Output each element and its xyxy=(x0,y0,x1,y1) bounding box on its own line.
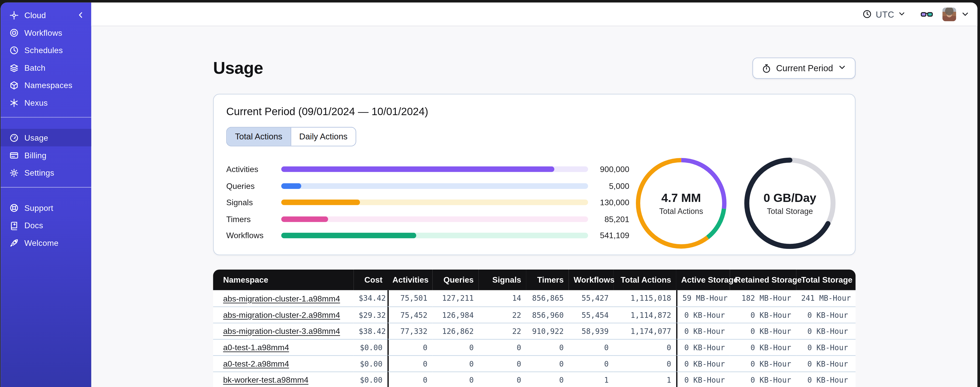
cell-total-storage: 0 KB-Hour xyxy=(796,339,856,355)
table-row: a0-test-2.a98mm4$0.000000000 KB-Hour0 KB… xyxy=(213,355,856,372)
sidebar-item-label: Batch xyxy=(24,63,85,72)
donut-label: Total Storage xyxy=(767,207,813,216)
cell-workflows: 0 xyxy=(569,355,614,372)
sidebar-item-usage[interactable]: Usage xyxy=(0,129,91,147)
period-select-button[interactable]: Current Period xyxy=(752,58,856,78)
sidebar-item-label: Docs xyxy=(24,221,85,230)
bar-row-workflows: Workflows541,109 xyxy=(226,233,629,238)
cell-cost: $0.00 xyxy=(354,339,387,355)
cell-active-storage: 0 KB-Hour xyxy=(676,355,730,372)
bar-label: Signals xyxy=(226,198,282,207)
sidebar-item-schedules[interactable]: Schedules xyxy=(0,42,91,59)
main-area: UTC xyxy=(91,3,977,387)
tab-total-actions[interactable]: Total Actions xyxy=(227,128,290,146)
avatar[interactable] xyxy=(942,7,956,21)
namespace-link[interactable]: a0-test-1.a98mm4 xyxy=(223,343,289,352)
bar-track xyxy=(282,166,588,172)
workflows-icon xyxy=(10,28,19,37)
cell-queries: 126,984 xyxy=(432,307,479,323)
cell-signals: 0 xyxy=(479,339,526,355)
namespace-link[interactable]: a0-test-2.a98mm4 xyxy=(223,359,289,368)
settings-icon xyxy=(10,168,19,178)
cell-total-actions: 0 xyxy=(614,339,676,355)
bar-row-activities: Activities900,000 xyxy=(226,166,629,172)
cell-timers: 0 xyxy=(526,355,569,372)
cell-cost: $29.32 xyxy=(354,307,387,323)
support-icon xyxy=(10,203,19,213)
bar-value: 900,000 xyxy=(588,165,629,174)
cell-total-actions: 1 xyxy=(614,371,676,387)
column-header-retained-storage: Retained Storage xyxy=(730,270,796,290)
usage-icon xyxy=(10,133,19,142)
sidebar-item-support[interactable]: Support xyxy=(0,199,91,216)
sidebar-divider xyxy=(0,117,91,117)
bar-track xyxy=(282,216,588,222)
chevron-down-icon xyxy=(838,63,846,73)
billing-icon xyxy=(10,150,19,160)
cell-cost: $34.42 xyxy=(354,290,387,307)
content: Usage Current Period xyxy=(91,26,977,387)
batch-icon xyxy=(10,63,19,72)
table-row: abs-migration-cluster-1.a98mm4$34.4275,5… xyxy=(213,290,856,307)
sidebar-item-label: Welcome xyxy=(24,238,85,247)
cell-queries: 126,862 xyxy=(432,323,479,339)
cell-active-storage: 0 KB-Hour xyxy=(676,371,730,387)
cell-active-storage: 59 MB-Hour xyxy=(676,290,730,307)
table-row: abs-migration-cluster-3.a98mm4$38.4277,3… xyxy=(213,323,856,339)
dev-glasses-icon[interactable] xyxy=(921,9,933,19)
namespace-link[interactable]: bk-worker-test.a98mm4 xyxy=(223,375,309,385)
card-title: Current Period (09/01/2024 — 10/01/2024) xyxy=(226,106,843,118)
bar-row-signals: Signals130,000 xyxy=(226,200,629,205)
cell-queries: 0 xyxy=(432,339,479,355)
schedules-icon xyxy=(10,45,19,55)
column-header-total-actions: Total Actions xyxy=(614,270,676,290)
cell-timers: 856,865 xyxy=(526,290,569,307)
namespace-usage-table-wrap: NamespaceCostActivitiesQueriesSignalsTim… xyxy=(213,270,856,387)
donut-value: 0 GB/Day xyxy=(764,191,816,205)
cell-cost: $0.00 xyxy=(354,371,387,387)
sidebar-item-label: Workflows xyxy=(24,28,85,37)
cell-total-actions: 0 xyxy=(614,355,676,372)
sidebar: CloudWorkflowsSchedulesBatchNamespacesNe… xyxy=(0,3,91,387)
cell-signals: 22 xyxy=(479,323,526,339)
table-row: a0-test-1.a98mm4$0.000000000 KB-Hour0 KB… xyxy=(213,339,856,355)
namespace-link[interactable]: abs-migration-cluster-2.a98mm4 xyxy=(223,310,340,320)
sidebar-item-label: Usage xyxy=(24,133,85,142)
sidebar-item-docs[interactable]: Docs xyxy=(0,216,91,234)
column-header-cost: Cost xyxy=(354,270,387,290)
column-header-timers: Timers xyxy=(526,270,569,290)
sidebar-item-settings[interactable]: Settings xyxy=(0,164,91,182)
actions-tab-group: Total ActionsDaily Actions xyxy=(226,127,356,146)
cell-workflows: 1 xyxy=(569,371,614,387)
sidebar-item-billing[interactable]: Billing xyxy=(0,146,91,164)
cell-workflows: 0 xyxy=(569,339,614,355)
cell-signals: 22 xyxy=(479,307,526,323)
clock-icon xyxy=(863,10,872,19)
sidebar-item-welcome[interactable]: Welcome xyxy=(0,234,91,251)
sidebar-item-label: Billing xyxy=(24,150,85,160)
column-header-activities: Activities xyxy=(387,270,432,290)
cloud-icon xyxy=(10,10,19,20)
bar-value: 541,109 xyxy=(588,231,629,240)
sidebar-item-batch[interactable]: Batch xyxy=(0,59,91,76)
column-header-active-storage: Active Storage xyxy=(676,270,730,290)
namespace-link[interactable]: abs-migration-cluster-1.a98mm4 xyxy=(223,294,340,303)
sidebar-item-workflows[interactable]: Workflows xyxy=(0,24,91,42)
bar-track xyxy=(282,200,588,205)
sidebar-item-nexus[interactable]: Nexus xyxy=(0,94,91,112)
timezone-selector[interactable]: UTC xyxy=(863,9,905,19)
sidebar-item-namespaces[interactable]: Namespaces xyxy=(0,76,91,94)
user-menu-chevron-icon[interactable] xyxy=(961,10,969,18)
docs-icon xyxy=(10,221,19,230)
namespace-link[interactable]: abs-migration-cluster-3.a98mm4 xyxy=(223,326,340,336)
bar-fill xyxy=(282,183,302,189)
sidebar-item-label: Schedules xyxy=(24,45,85,55)
bar-fill xyxy=(282,233,416,238)
sidebar-item-cloud[interactable]: Cloud xyxy=(0,6,91,24)
topbar: UTC xyxy=(91,3,977,26)
cell-timers: 0 xyxy=(526,339,569,355)
sidebar-collapse-icon[interactable] xyxy=(76,11,85,19)
tab-daily-actions[interactable]: Daily Actions xyxy=(291,128,356,146)
cell-workflows: 58,939 xyxy=(569,323,614,339)
stopwatch-icon xyxy=(762,64,771,73)
